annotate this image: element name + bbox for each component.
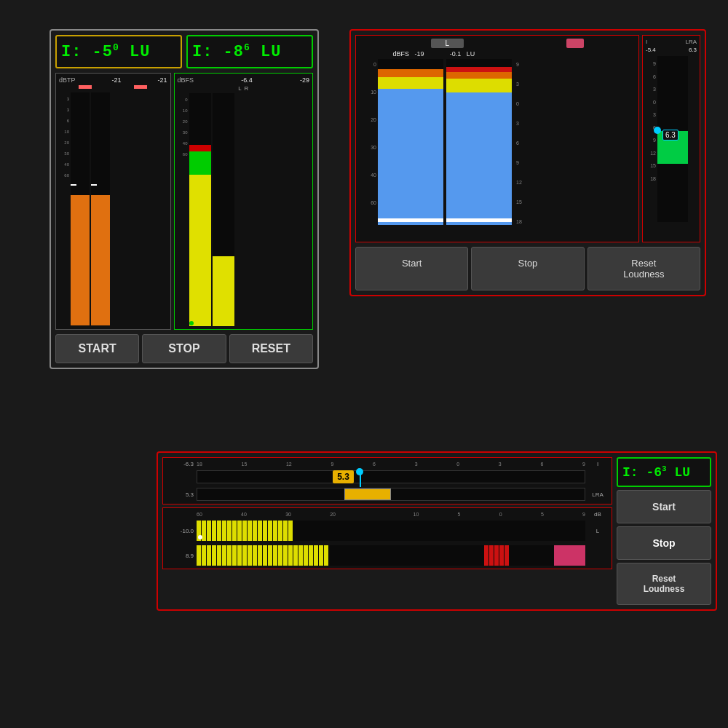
w1-dbfs-val-r: -29 bbox=[300, 76, 309, 84]
w1-dot-l bbox=[189, 321, 194, 325]
w3-r-bar bbox=[197, 545, 585, 566]
w3-left-panel: -6.3 1815129630369 I 5.3 bbox=[162, 457, 612, 605]
w2-inner: L dBFS -19 -0.1 LU 0 10 20 30 40 60 bbox=[355, 35, 700, 242]
w1-dbtp-group: dBTP -21 -21 3361020304060 bbox=[55, 73, 171, 330]
w2-reset-button[interactable]: Reset Loudness bbox=[587, 247, 700, 290]
w3-stop-button[interactable]: Stop bbox=[617, 526, 711, 560]
w2-start-button[interactable]: Start bbox=[355, 247, 468, 290]
widget1-loudness-meter: I: -50 LU I: -86 LU dBTP -21 -21 bbox=[50, 29, 319, 369]
w3-db-label: dB bbox=[588, 511, 607, 518]
w2-stop-button[interactable]: Stop bbox=[471, 247, 584, 290]
w1-stop-button[interactable]: STOP bbox=[142, 334, 226, 363]
w2-lra-value-bubble: 6.3 bbox=[662, 130, 678, 141]
w1-dbfs-group: dBFS -6.4 -29 L R 01020304060 bbox=[174, 73, 314, 330]
widget2-loudness-meter: L dBFS -19 -0.1 LU 0 10 20 30 40 60 bbox=[349, 29, 706, 296]
w3-l-val: -10.0 bbox=[167, 528, 194, 534]
w2-lra-i-label: I bbox=[646, 39, 647, 45]
w3-loudness-section: -6.3 1815129630369 I 5.3 bbox=[162, 457, 612, 505]
w1-ch-r-label: R bbox=[245, 85, 249, 92]
w2-col-l-header: L bbox=[431, 39, 464, 48]
w2-buttons: Start Stop Reset Loudness bbox=[355, 247, 700, 290]
w1-start-button[interactable]: START bbox=[55, 334, 139, 363]
w3-lra-fill bbox=[344, 488, 391, 500]
w1-displays: I: -50 LU I: -86 LU bbox=[55, 35, 313, 68]
w1-display-left-text: I: -50 LU bbox=[61, 43, 150, 61]
w1-peak-l bbox=[79, 85, 92, 89]
w1-ch-l-label: L bbox=[238, 85, 241, 92]
w3-right-panel: I: -63 LU Start Stop Reset Loudness bbox=[617, 457, 711, 605]
w2-lra-i-val: -5.4 bbox=[646, 47, 656, 53]
w1-dbtp-val-r: -21 bbox=[157, 76, 167, 84]
w3-vu-section: 60403020105059 dB -10.0 bbox=[162, 507, 612, 569]
w1-buttons: START STOP RESET bbox=[55, 334, 313, 363]
widget3-loudness-meter: -6.3 1815129630369 I 5.3 bbox=[157, 451, 717, 611]
w1-display-right-text: I: -86 LU bbox=[192, 43, 281, 61]
w1-dbtp-val-l: -21 bbox=[111, 76, 121, 84]
w2-lra-lra-val: 6.3 bbox=[689, 47, 697, 53]
w1-dbfs-label: dBFS bbox=[178, 76, 194, 84]
w2-lra-label: LRA bbox=[685, 39, 697, 45]
w3-display-text: I: -63 LU bbox=[622, 465, 690, 480]
w2-val-r: -0.1 LU bbox=[440, 50, 484, 58]
w3-i-slider[interactable] bbox=[356, 468, 363, 475]
w3-l-bar bbox=[197, 521, 585, 541]
w2-lra-panel: I LRA -5.4 6.3 9630369121518 bbox=[642, 35, 700, 242]
w3-display: I: -63 LU bbox=[617, 457, 711, 487]
w2-val-l: dBFS -19 bbox=[379, 50, 438, 58]
w2-main-panel: L dBFS -19 -0.1 LU 0 10 20 30 40 60 bbox=[355, 35, 639, 242]
w1-meters: dBTP -21 -21 3361020304060 bbox=[55, 73, 313, 330]
w3-i-bar-label: I bbox=[588, 461, 607, 467]
w3-r-val: 8.9 bbox=[167, 553, 194, 559]
w3-lra-val-label: 5.3 bbox=[167, 491, 194, 498]
w1-display-right: I: -86 LU bbox=[186, 35, 313, 68]
w3-i-val-label: -6.3 bbox=[167, 461, 194, 467]
w1-reset-button[interactable]: RESET bbox=[229, 334, 313, 363]
w1-dbtp-label: dBTP bbox=[59, 76, 76, 84]
w3-l-label: L bbox=[588, 528, 607, 534]
w1-display-left: I: -50 LU bbox=[55, 35, 182, 68]
w3-lra-bar-label: LRA bbox=[588, 491, 607, 498]
w3-start-button[interactable]: Start bbox=[617, 490, 711, 523]
w3-i-value-bubble: 5.3 bbox=[333, 470, 354, 483]
w1-peak-r bbox=[134, 85, 147, 89]
w3-reset-button[interactable]: Reset Loudness bbox=[617, 563, 711, 605]
w1-dbfs-val-l: -6.4 bbox=[241, 76, 253, 84]
w2-col-r-header bbox=[566, 39, 584, 48]
